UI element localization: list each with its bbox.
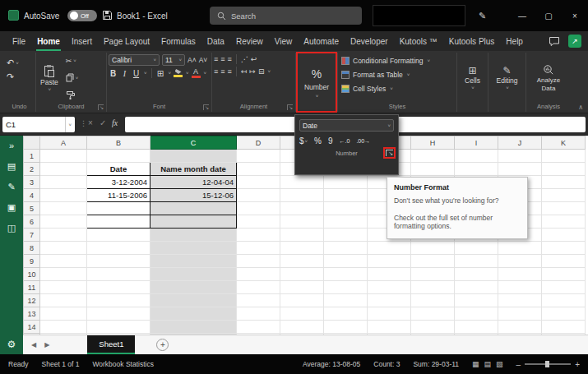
select-all-button[interactable] [24, 136, 40, 150]
workbook-statistics-button[interactable]: Workbook Statistics [92, 360, 153, 368]
cell-E7[interactable] [280, 229, 324, 242]
cell-K9[interactable] [542, 255, 586, 268]
column-header-D[interactable]: D [237, 136, 280, 150]
cell-A12[interactable] [40, 294, 87, 307]
conditional-formatting-button[interactable]: Conditional Formatting˅ [340, 54, 430, 67]
row-header-11[interactable]: 11 [24, 281, 40, 294]
cell-A8[interactable] [40, 242, 87, 255]
cell-H11[interactable] [411, 281, 455, 294]
cell-J12[interactable] [498, 294, 542, 307]
zoom-out-button[interactable]: – [516, 360, 521, 369]
cell-F7[interactable] [324, 229, 368, 242]
cell-A6[interactable] [40, 215, 87, 229]
cell-C9[interactable] [150, 255, 237, 268]
alignment-dialog-launcher[interactable]: ↘ [287, 104, 293, 110]
font-dialog-launcher[interactable]: ↘ [203, 104, 209, 110]
wrap-text-icon[interactable]: ↩ [251, 55, 257, 63]
comments-icon[interactable] [549, 36, 560, 47]
cell-I1[interactable] [455, 150, 498, 163]
cell-E12[interactable] [280, 294, 324, 307]
cell-H1[interactable] [411, 150, 455, 163]
zoom-slider-knob[interactable] [545, 361, 549, 367]
decrease-indent-icon[interactable]: ↤ [241, 67, 248, 76]
normal-view-icon[interactable]: ▦ [472, 360, 479, 368]
align-bottom-icon[interactable]: ≡ [228, 55, 232, 63]
zoom-slider[interactable] [525, 363, 571, 365]
cell-B1[interactable] [87, 150, 150, 163]
borders-button[interactable]: ⊞ [156, 69, 165, 78]
cell-I13[interactable] [455, 307, 498, 321]
cell-G11[interactable] [368, 281, 411, 294]
copy-button[interactable]: ˅ [64, 72, 81, 83]
row-header-5[interactable]: 5 [24, 202, 40, 215]
cell-H13[interactable] [411, 307, 455, 321]
cell-B7[interactable] [87, 229, 150, 242]
cell-J8[interactable] [498, 242, 542, 255]
cell-F13[interactable] [324, 307, 368, 321]
maximize-button[interactable]: ▢ [535, 0, 562, 31]
zoom-in-button[interactable]: + [575, 360, 580, 369]
cell-F9[interactable] [324, 255, 368, 268]
cell-A10[interactable] [40, 268, 87, 281]
underline-button[interactable]: U [132, 69, 141, 78]
increase-font-size-button[interactable]: A˄ [188, 56, 197, 64]
cell-K5[interactable] [542, 202, 586, 215]
cell-D7[interactable] [237, 229, 280, 242]
font-size-select[interactable]: 11˅ [162, 54, 185, 66]
cell-J10[interactable] [498, 268, 542, 281]
cell-E5[interactable] [280, 202, 324, 215]
clipboard-dialog-launcher[interactable]: ↘ [98, 104, 104, 110]
cell-K14[interactable] [542, 321, 586, 334]
cell-K1[interactable] [542, 150, 586, 163]
cell-E13[interactable] [280, 307, 324, 321]
settings-gear-icon[interactable]: ⚙ [0, 339, 23, 350]
pen-mode-icon[interactable]: ✎ [479, 0, 486, 31]
cell-I8[interactable] [455, 242, 498, 255]
sheet-tab-sheet1[interactable]: Sheet1 [87, 335, 135, 354]
cell-B3[interactable]: 3-12-2004 [87, 176, 150, 189]
sidebar-sheet-icon[interactable]: ▤ [7, 161, 16, 171]
cell-A5[interactable] [40, 202, 87, 215]
cell-B11[interactable] [87, 281, 150, 294]
next-sheet-icon[interactable]: ▶ [44, 341, 49, 349]
decrease-decimal-button[interactable]: .00→ [356, 138, 370, 144]
cell-A1[interactable] [40, 150, 87, 163]
share-icon[interactable]: ↗ [568, 35, 581, 48]
sidebar-chart-icon[interactable]: ◫ [7, 223, 16, 233]
bold-button[interactable]: B [109, 69, 118, 78]
cell-B9[interactable] [87, 255, 150, 268]
enter-icon[interactable]: ✓ [100, 118, 106, 127]
cell-F6[interactable] [324, 215, 368, 229]
row-header-8[interactable]: 8 [24, 242, 40, 255]
close-button[interactable]: × [562, 0, 588, 31]
cell-J14[interactable] [498, 321, 542, 334]
cell-J11[interactable] [498, 281, 542, 294]
column-header-I[interactable]: I [455, 136, 498, 150]
comma-style-button[interactable]: 9 [328, 136, 333, 145]
cell-F14[interactable] [324, 321, 368, 334]
cell-F4[interactable] [324, 189, 368, 202]
cell-K6[interactable] [542, 215, 586, 229]
cell-F11[interactable] [324, 281, 368, 294]
cell-H9[interactable] [411, 255, 455, 268]
tab-home[interactable]: Home [31, 31, 66, 51]
cell-E14[interactable] [280, 321, 324, 334]
cell-A7[interactable] [40, 229, 87, 242]
cell-G12[interactable] [368, 294, 411, 307]
save-icon[interactable] [102, 10, 113, 21]
row-header-1[interactable]: 1 [24, 150, 40, 163]
row-header-14[interactable]: 14 [24, 321, 40, 334]
cell-I14[interactable] [455, 321, 498, 334]
cancel-icon[interactable]: × [88, 118, 93, 127]
sidebar-print-icon[interactable]: ▣ [7, 202, 16, 212]
align-middle-icon[interactable]: ≡ [220, 55, 225, 63]
decrease-font-size-button[interactable]: A˅ [199, 56, 208, 64]
cell-H14[interactable] [411, 321, 455, 334]
cell-B10[interactable] [87, 268, 150, 281]
percent-style-button[interactable]: % [314, 136, 322, 145]
cell-J2[interactable] [498, 163, 542, 176]
tab-file[interactable]: File [7, 31, 31, 51]
cell-D14[interactable] [237, 321, 280, 334]
row-header-2[interactable]: 2 [24, 163, 40, 176]
cell-C1[interactable] [150, 150, 237, 163]
